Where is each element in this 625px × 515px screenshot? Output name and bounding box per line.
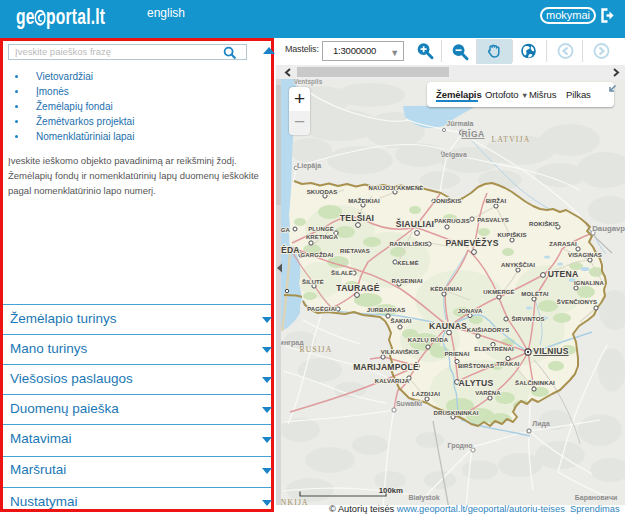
svg-text:RIETAVAS: RIETAVAS xyxy=(340,248,370,254)
svg-text:Liepāja: Liepāja xyxy=(297,162,321,170)
svg-text:Jūrmala: Jūrmala xyxy=(447,120,474,127)
svg-text:BIRŠTONAS: BIRŠTONAS xyxy=(458,362,494,369)
svg-text:ELEKTRĖNAI: ELEKTRĖNAI xyxy=(474,346,514,352)
svg-text:ŠVENČIONYS: ŠVENČIONYS xyxy=(557,298,597,305)
svg-text:VILKAVIŠKIS: VILKAVIŠKIS xyxy=(381,348,419,355)
svg-text:NAUJOJI AKMENĖ: NAUJOJI AKMENĖ xyxy=(369,185,424,191)
svg-text:ŠALČININKAI: ŠALČININKAI xyxy=(515,379,555,386)
svg-text:UKMERGĖ: UKMERGĖ xyxy=(483,289,514,295)
svg-text:ŠAKIAI: ŠAKIAI xyxy=(391,317,412,324)
svg-text:Лида: Лида xyxy=(532,420,550,428)
svg-text:SKUODAS: SKUODAS xyxy=(307,189,338,195)
svg-text:VARĖNA: VARĖNA xyxy=(475,390,501,396)
svg-text:ŠIRVINTOS: ŠIRVINTOS xyxy=(511,315,544,322)
svg-text:ŠIAULIAI: ŠIAULIAI xyxy=(396,218,434,229)
svg-text:BIRŽAI: BIRŽAI xyxy=(486,197,507,204)
svg-text:KĖDAINIAI: KĖDAINIAI xyxy=(430,286,462,292)
svg-text:RUSIJA: RUSIJA xyxy=(300,345,333,354)
svg-text:IGNALINA: IGNALINA xyxy=(574,280,604,286)
svg-text:LATVIJA: LATVIJA xyxy=(492,135,531,144)
svg-text:TELŠIAI: TELŠIAI xyxy=(340,212,374,223)
svg-text:Барановичи: Барановичи xyxy=(575,494,618,502)
svg-text:Daugavpils: Daugavpils xyxy=(592,224,625,233)
svg-text:ANYKŠČIAI: ANYKŠČIAI xyxy=(501,261,535,268)
svg-text:ROKIŠKIS: ROKIŠKIS xyxy=(529,220,559,227)
svg-text:VISAGINAS: VISAGINAS xyxy=(568,252,602,258)
svg-text:Jelgava: Jelgava xyxy=(441,151,467,159)
svg-text:PASVALYS: PASVALYS xyxy=(477,217,509,223)
svg-text:TRAKAI: TRAKAI xyxy=(496,361,519,367)
svg-text:UTENA: UTENA xyxy=(548,269,579,279)
svg-text:RADVILIŠKIS: RADVILIŠKIS xyxy=(389,240,428,247)
svg-text:KAIŠIADORYS: KAIŠIADORYS xyxy=(467,326,510,333)
svg-text:ZARASAI: ZARASAI xyxy=(549,241,577,247)
svg-text:LAZDIJAI: LAZDIJAI xyxy=(412,391,440,397)
svg-text:KAUNAS: KAUNAS xyxy=(429,321,467,331)
svg-text:MAŽEIKIAI: MAŽEIKIAI xyxy=(348,197,380,204)
svg-text:GARGŽDAI: GARGŽDAI xyxy=(301,251,334,258)
svg-text:KRETINGA: KRETINGA xyxy=(306,234,339,240)
svg-text:PAKRUOJIS: PAKRUOJIS xyxy=(434,218,469,224)
svg-text:VILNIUS: VILNIUS xyxy=(533,346,568,356)
svg-text:Suwałki: Suwałki xyxy=(396,400,422,407)
svg-text:PAGĖGIAI: PAGĖGIAI xyxy=(307,306,337,312)
svg-text:KAZLŲ RŪDA: KAZLŲ RŪDA xyxy=(408,337,449,343)
svg-text:JONAVA: JONAVA xyxy=(458,308,483,314)
svg-text:100km: 100km xyxy=(379,486,403,495)
svg-text:RASEINIAI: RASEINIAI xyxy=(391,278,422,284)
svg-text:PRIENAI: PRIENAI xyxy=(444,351,469,357)
svg-text:ALYTUS: ALYTUS xyxy=(459,378,494,388)
svg-text:PLUNGĖ: PLUNGĖ xyxy=(308,226,334,232)
svg-text:KALVARIJA: KALVARIJA xyxy=(375,378,410,384)
svg-text:TAURAGĖ: TAURAGĖ xyxy=(336,283,379,293)
svg-text:ŠILALĖ: ŠILALĖ xyxy=(331,269,353,276)
svg-text:JONIŠKIS: JONIŠKIS xyxy=(433,197,462,204)
svg-text:MARIJAMPOLĖ: MARIJAMPOLĖ xyxy=(353,362,419,372)
svg-text:DRUSKININKAI: DRUSKININKAI xyxy=(434,410,479,416)
svg-text:JURBARKAS: JURBARKAS xyxy=(367,307,406,313)
svg-text:KUPIŠKIS: KUPIŠKIS xyxy=(497,231,526,238)
svg-text:RĪGA: RĪGA xyxy=(461,129,484,139)
svg-text:Białystok: Białystok xyxy=(408,494,439,502)
svg-text:Ventspils: Ventspils xyxy=(294,79,323,86)
svg-text:PANEVĖŽYS: PANEVĖŽYS xyxy=(445,237,498,248)
svg-text:Гродно: Гродно xyxy=(447,442,472,450)
svg-text:KELMĖ: KELMĖ xyxy=(397,260,419,266)
svg-text:MOLĖTAI: MOLĖTAI xyxy=(521,291,548,297)
svg-text:ŠILUTĖ: ŠILUTĖ xyxy=(302,278,324,285)
